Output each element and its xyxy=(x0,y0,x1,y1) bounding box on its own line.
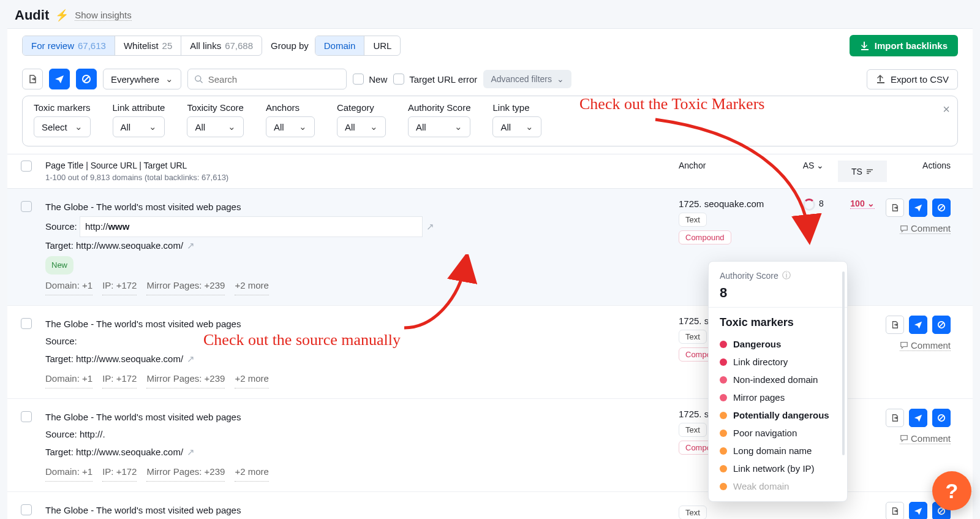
marker-label: Link network (by IP) xyxy=(733,463,815,474)
row-checkbox[interactable] xyxy=(21,504,32,515)
move-to-icon-button[interactable] xyxy=(22,69,43,89)
filter-target-error[interactable]: Target URL error xyxy=(393,74,477,85)
th-anchor: Anchor xyxy=(679,161,789,170)
th-ts[interactable]: TS xyxy=(838,161,887,182)
meta-domain[interactable]: Domain: +1 xyxy=(45,463,92,482)
close-filters-button[interactable]: × xyxy=(943,102,950,116)
tab-for-review[interactable]: For review 67,613 xyxy=(23,36,115,55)
group-by-url[interactable]: URL xyxy=(364,36,400,55)
svg-line-7 xyxy=(940,322,944,327)
marker-label: Long domain name xyxy=(733,445,812,456)
meta-domain[interactable]: Domain: +1 xyxy=(45,370,92,388)
popup-as-label: Authority Scoreⓘ xyxy=(720,270,836,281)
file-arrow-icon xyxy=(28,74,37,84)
filter-link-attribute-select[interactable]: All⌄ xyxy=(113,116,165,137)
ts-value[interactable]: 100 ⌄ xyxy=(850,199,874,209)
row-send-button[interactable] xyxy=(909,316,927,334)
row-checkbox[interactable] xyxy=(21,201,32,212)
chevron-down-icon: ⌄ xyxy=(816,161,824,170)
scrollbar[interactable] xyxy=(842,271,845,455)
marker-dot-icon xyxy=(720,394,727,401)
meta-more[interactable]: +2 more xyxy=(235,277,268,295)
svg-line-3 xyxy=(200,81,203,83)
comment-button[interactable]: Comment xyxy=(900,340,951,351)
row-move-button[interactable] xyxy=(886,409,904,427)
target-url[interactable]: http://www.seoquake.com/ xyxy=(76,240,183,251)
comment-icon xyxy=(900,224,908,233)
row-send-button[interactable] xyxy=(909,409,927,427)
meta-mirror[interactable]: Mirror Pages: +239 xyxy=(146,277,225,295)
filter-authority-score-select[interactable]: All⌄ xyxy=(408,116,471,137)
external-link-icon[interactable]: ↗ xyxy=(187,240,195,251)
meta-mirror[interactable]: Mirror Pages: +239 xyxy=(146,370,225,388)
row-checkbox[interactable] xyxy=(21,411,32,422)
row-checkbox[interactable] xyxy=(21,318,32,329)
chevron-down-icon: ⌄ xyxy=(149,121,157,132)
meta-ip[interactable]: IP: +172 xyxy=(102,463,137,482)
target-url[interactable]: http://www.seoquake.com/ xyxy=(76,447,183,457)
external-link-icon[interactable]: ↗ xyxy=(187,354,195,364)
filter-toxic-markers-select[interactable]: Select⌄ xyxy=(34,116,91,137)
popup-heading: Toxic markers xyxy=(720,316,836,329)
row-move-button[interactable] xyxy=(886,502,904,519)
marker-label: Non-indexed domain xyxy=(733,374,818,385)
filter-label: Toxicity Score xyxy=(187,102,244,113)
comment-button[interactable]: Comment xyxy=(900,433,951,444)
comment-button[interactable]: Comment xyxy=(900,223,951,234)
toxic-marker-item: Dangerous xyxy=(720,335,836,353)
source-url[interactable]: http://. xyxy=(80,429,105,439)
group-by-domain[interactable]: Domain xyxy=(315,36,365,55)
external-link-icon[interactable]: ↗ xyxy=(187,447,195,457)
bolt-icon: ⚡ xyxy=(55,9,69,22)
sort-icon xyxy=(866,168,873,175)
meta-mirror[interactable]: Mirror Pages: +239 xyxy=(146,463,225,482)
disavow-icon-button[interactable] xyxy=(76,69,97,89)
source-url-input[interactable]: http://www xyxy=(80,216,423,238)
search-input[interactable] xyxy=(208,74,341,85)
row-move-button[interactable] xyxy=(886,316,904,334)
row-disavow-button[interactable] xyxy=(932,199,951,217)
marker-label: Poor navigation xyxy=(733,428,797,438)
chevron-down-icon: ⌄ xyxy=(75,121,83,132)
target-url[interactable]: http://www.seoquake.com/ xyxy=(76,354,183,364)
filter-category-select[interactable]: All⌄ xyxy=(337,116,386,137)
toxic-markers-popup: Authority Scoreⓘ 8 Toxic markers Dangero… xyxy=(708,261,848,502)
filter-anchors-select[interactable]: All⌄ xyxy=(266,116,315,137)
meta-ip[interactable]: IP: +172 xyxy=(102,277,137,295)
th-as[interactable]: AS⌄ xyxy=(789,161,838,170)
row-send-button[interactable] xyxy=(909,199,927,217)
tab-label: For review xyxy=(31,40,74,51)
marker-label: Mirror pages xyxy=(733,392,785,403)
external-link-icon[interactable]: ↗ xyxy=(426,221,434,232)
meta-more[interactable]: +2 more xyxy=(235,370,268,388)
meta-more[interactable]: +2 more xyxy=(235,463,268,482)
paper-plane-icon xyxy=(55,74,64,84)
filter-link-type-select[interactable]: All⌄ xyxy=(492,116,541,137)
row-send-button[interactable] xyxy=(909,502,927,519)
show-insights-link[interactable]: Show insights xyxy=(75,10,132,21)
filter-new[interactable]: New xyxy=(353,74,387,85)
info-icon[interactable]: ⓘ xyxy=(782,270,791,281)
row-disavow-button[interactable] xyxy=(932,316,951,334)
search-icon xyxy=(194,74,203,84)
group-by-segment: Domain URL xyxy=(315,36,401,56)
help-fab[interactable]: ? xyxy=(932,471,971,510)
send-icon-button[interactable] xyxy=(49,69,70,89)
filter-toxicity-score-select[interactable]: All⌄ xyxy=(187,116,244,137)
row-move-button[interactable] xyxy=(886,199,904,217)
import-backlinks-button[interactable]: Import backlinks xyxy=(850,35,958,56)
compound-tag: Compound xyxy=(679,230,731,244)
button-label: Export to CSV xyxy=(891,74,949,85)
advanced-filters-button[interactable]: Advanced filters ⌄ xyxy=(483,70,571,88)
anchor-type-tag: Text xyxy=(679,506,707,519)
tab-whitelist[interactable]: Whitelist 25 xyxy=(115,36,181,55)
meta-domain[interactable]: Domain: +1 xyxy=(45,277,92,295)
scope-select[interactable]: Everywhere ⌄ xyxy=(103,69,181,89)
select-all-checkbox[interactable] xyxy=(21,161,32,172)
filter-label: Category xyxy=(337,102,386,113)
search-input-wrap[interactable] xyxy=(187,69,347,89)
tab-all-links[interactable]: All links 67,688 xyxy=(181,36,262,55)
export-csv-button[interactable]: Export to CSV xyxy=(867,69,958,89)
meta-ip[interactable]: IP: +172 xyxy=(102,370,137,388)
row-disavow-button[interactable] xyxy=(932,409,951,427)
